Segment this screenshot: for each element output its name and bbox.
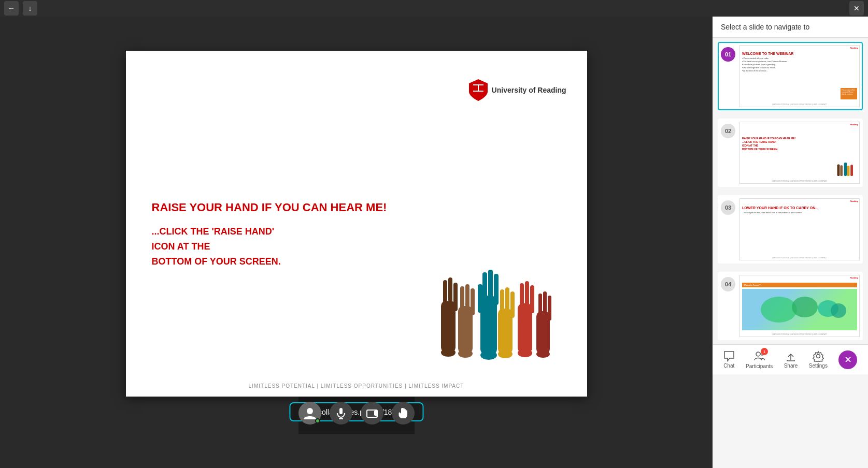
online-indicator [315,418,320,423]
download-button[interactable]: ↓ [23,1,37,16]
svg-rect-23 [530,285,534,313]
slide-thumb-3[interactable]: 03 Reading LOWER YOUR HAND IF OK TO CARR… [718,195,863,264]
preview-3-sub: ...click again on the 'raise hand' icon … [740,211,859,214]
preview-1-orange-box: This session will berecorded. Pleaseclic… [841,88,857,99]
slide-number-3: 03 [721,200,735,215]
slide-thumb-2[interactable]: 02 Reading RAISE YOUR HAND IF YOU CAN HE… [718,119,863,187]
svg-rect-31 [538,294,542,319]
slide-number-4: 04 [721,277,735,291]
camera-icon [366,407,378,419]
panel-header: Select a slide to navigate to [713,17,868,38]
university-logo: University of Reading [469,79,566,101]
svg-rect-22 [525,281,529,312]
preview-1-footer: LIMITLESS POTENTIAL | LIMITLESS OPPORTUN… [740,104,859,106]
preview-4-map [742,289,857,330]
slide-thumb-1[interactable]: 01 Reading WELCOME TO THE WEBINAR • Plea… [718,42,863,110]
avatar-icon [303,406,317,420]
svg-rect-13 [478,284,482,313]
current-slide: University of Reading RAISE YOUR HAND IF… [126,51,587,397]
preview-4-footer: LIMITLESS POTENTIAL | LIMITLESS OPPORTUN… [740,333,859,335]
slide-number-1: 01 [721,47,735,62]
share-icon [785,350,796,362]
preview-1-title: WELCOME TO THE WEBINAR [740,46,859,57]
chat-button[interactable]: Chat [723,350,735,369]
svg-rect-11 [488,270,493,303]
svg-rect-12 [494,274,499,305]
close-panel-button[interactable]: ✕ [838,350,857,369]
svg-rect-18 [471,288,475,315]
main-area: University of Reading RAISE YOUR HAND IF… [0,17,868,468]
shield-icon [469,79,488,101]
microphone-icon [335,407,347,419]
hands-illustration [421,244,556,363]
raise-hand-icon [397,407,409,419]
svg-point-34 [307,408,313,414]
share-button[interactable]: Share [784,350,798,369]
svg-rect-44 [847,166,850,176]
slide-thumb-4[interactable]: 04 Reading Where is 'home'? LIMITLESS PO… [718,272,863,340]
close-button[interactable]: ✕ [849,1,864,16]
participants-badge: 1 [761,348,768,355]
svg-point-48 [831,303,846,318]
svg-rect-6 [448,277,452,309]
slide-preview-4: Reading Where is 'home'? LIMITLESS POTEN… [739,275,860,337]
slide-subtext: ...CLICK THE 'RAISE HAND' ICON AT THE BO… [152,224,281,269]
svg-rect-7 [453,283,458,311]
gear-icon [813,350,824,362]
svg-rect-33 [548,296,551,320]
preview-2-footer: LIMITLESS POTENTIAL | LIMITLESS OPPORTUN… [740,180,859,182]
preview-2-text: RAISE YOUR HAND IF YOU CAN HEAR ME!...CL… [742,137,795,151]
back-button[interactable]: ← [4,1,19,16]
svg-marker-39 [374,410,377,417]
svg-rect-5 [443,280,447,311]
slide-preview-3: Reading LOWER YOUR HAND IF OK TO CARRY O… [739,198,860,260]
slide-number-2: 02 [721,124,735,138]
participants-button[interactable]: 1 Participants [746,350,773,369]
slide-headline: RAISE YOUR HAND IF YOU CAN HEAR ME! [152,201,387,214]
svg-point-52 [816,355,820,358]
slide-preview-1: Reading WELCOME TO THE WEBINAR • Please … [739,45,860,107]
settings-button[interactable]: Settings [809,350,828,369]
panel-bottom: Chat 1 Participants [713,344,868,374]
slide-footer: LIMITLESS POTENTIAL | LIMITLESS OPPORTUN… [126,383,587,389]
chat-icon [723,350,735,362]
slide-preview-2: Reading RAISE YOUR HAND IF YOU CAN HEAR … [739,122,860,184]
svg-rect-42 [840,165,843,176]
svg-rect-2 [478,84,479,92]
svg-point-49 [756,352,760,356]
preview-1-bullets: • Please switch off your mike • For best… [740,57,859,72]
right-panel: Select a slide to navigate to 01 Reading… [713,17,868,468]
avatar-button[interactable] [298,402,321,425]
microphone-button[interactable] [330,402,352,425]
preview-4-logo: Reading [850,276,858,279]
university-name: University of Reading [492,85,566,95]
preview-2-logo: Reading [850,123,858,126]
svg-rect-28 [510,291,515,318]
svg-rect-10 [482,272,487,306]
svg-rect-16 [460,286,464,315]
svg-rect-41 [844,163,847,176]
svg-rect-32 [543,291,547,319]
svg-point-45 [761,297,797,323]
preview-3-title: LOWER YOUR HAND IF OK TO CARRY ON... [740,199,859,211]
svg-rect-40 [837,164,840,176]
slide-area: University of Reading RAISE YOUR HAND IF… [0,17,713,468]
svg-rect-27 [505,287,509,317]
svg-point-46 [792,297,818,317]
preview-2-hands [834,155,857,176]
camera-button[interactable] [361,402,383,425]
svg-rect-26 [500,289,504,317]
preview-3-footer: LIMITLESS POTENTIAL | LIMITLESS OPPORTUN… [740,257,859,259]
svg-rect-43 [850,165,853,176]
preview-4-bar: Where is 'home'? [742,283,857,287]
svg-rect-17 [465,284,469,314]
top-bar: ← ↓ ✕ [0,0,868,17]
preview-1-logo: Reading [850,47,858,49]
hand-button[interactable] [392,402,415,425]
preview-3-logo: Reading [850,200,858,202]
slide-area-wrapper: University of Reading RAISE YOUR HAND IF… [126,51,587,397]
svg-rect-21 [520,283,524,313]
svg-rect-35 [339,408,343,414]
